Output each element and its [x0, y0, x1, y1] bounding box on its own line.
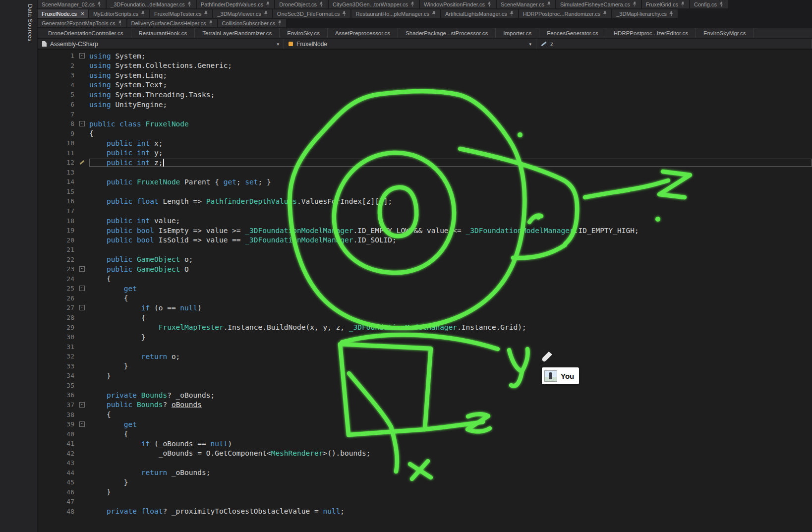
- editor-tab[interactable]: MyEditorScripts.cs: [89, 9, 149, 18]
- code-line[interactable]: 28 {: [38, 313, 812, 323]
- code-line[interactable]: 37- public Bounds? oBounds: [38, 400, 812, 410]
- pin-icon[interactable]: [319, 1, 324, 7]
- code-line[interactable]: 11 public int y;: [38, 148, 812, 158]
- pin-icon[interactable]: [547, 1, 551, 7]
- editor-tab[interactable]: OneSec3D_FileFormat.cs: [273, 9, 351, 18]
- code-line[interactable]: 32 return o;: [38, 352, 812, 361]
- editor-tab[interactable]: AssetPreprocessor.cs: [328, 28, 398, 38]
- code-line[interactable]: 44 return _oBounds;: [38, 468, 812, 478]
- code-line[interactable]: 39- get: [38, 419, 812, 429]
- member-dropdown[interactable]: z: [536, 39, 812, 49]
- editor-tab[interactable]: FruxelMapTester.cs: [150, 9, 212, 18]
- editor-tab[interactable]: CityGen3DGen...torWrapper.cs: [329, 0, 419, 8]
- editor-tab[interactable]: DroneObject.cs: [275, 0, 328, 8]
- code-line[interactable]: 30 }: [38, 332, 812, 342]
- project-dropdown[interactable]: Assembly-CSharp ▾: [38, 39, 284, 49]
- fold-toggle-icon[interactable]: -: [79, 421, 85, 427]
- code-line[interactable]: 2using System.Collections.Generic;: [38, 61, 812, 71]
- code-line[interactable]: 12 public int z;: [38, 158, 812, 168]
- editor-tab[interactable]: CollisionSubscriber.cs: [218, 19, 287, 27]
- code-line[interactable]: 18 public int value;: [38, 216, 812, 226]
- pin-icon[interactable]: [118, 20, 122, 26]
- editor-tab[interactable]: DroneOrientationController.cs: [41, 28, 131, 38]
- code-line[interactable]: 19 public bool IsEmpty => value >= _3DFo…: [38, 226, 812, 236]
- code-line[interactable]: 13: [38, 168, 812, 177]
- code-line[interactable]: 35: [38, 381, 812, 391]
- pin-icon[interactable]: [266, 1, 270, 7]
- editor-tab[interactable]: Importer.cs: [496, 28, 539, 38]
- type-dropdown[interactable]: FruxelNode ▾: [284, 39, 536, 49]
- pin-icon[interactable]: [719, 1, 724, 7]
- code-line[interactable]: 17: [38, 206, 812, 216]
- fold-toggle-icon[interactable]: -: [79, 305, 85, 310]
- editor-tab[interactable]: _3DFoundatio...delManager.cs: [107, 0, 196, 8]
- pin-icon[interactable]: [487, 1, 492, 7]
- editor-tab[interactable]: WindowPositionFinder.cs: [420, 0, 496, 8]
- code-line[interactable]: 5using System.Threading.Tasks;: [38, 90, 812, 100]
- editor-tab[interactable]: SimulatedFisheyeCamera.cs: [556, 0, 641, 8]
- code-line[interactable]: 26 {: [38, 294, 812, 303]
- code-line[interactable]: 14 public FruxelNode Parent { get; set; …: [38, 177, 812, 187]
- editor-tab[interactable]: EnviroSky.cs: [280, 28, 328, 38]
- code-line[interactable]: 7: [38, 109, 812, 119]
- code-line[interactable]: 29 FruxelMapTester.Instance.BuildNode(x,…: [38, 322, 812, 332]
- code-line[interactable]: 4using System.Text;: [38, 80, 812, 90]
- pin-icon[interactable]: [278, 20, 282, 26]
- code-line[interactable]: 15: [38, 187, 812, 197]
- pin-icon[interactable]: [633, 1, 637, 7]
- code-line[interactable]: 40 {: [38, 429, 812, 439]
- pin-icon[interactable]: [603, 11, 607, 16]
- close-icon[interactable]: ×: [81, 11, 84, 16]
- editor-tab[interactable]: DeliverySurfaceClassHelper.cs: [127, 19, 217, 27]
- code-line[interactable]: 8-public class FruxelNode: [38, 119, 812, 129]
- code-line[interactable]: 22 public GameObject o;: [38, 254, 812, 264]
- pin-icon[interactable]: [432, 11, 436, 16]
- code-line[interactable]: 41 if (_oBounds == null): [38, 439, 812, 449]
- editor-tab[interactable]: HDRPPostproc...izerEditor.cs: [606, 28, 696, 38]
- editor-tab[interactable]: RestaurantHo...pleManager.cs: [351, 9, 440, 18]
- code-line[interactable]: 21: [38, 245, 812, 255]
- code-line[interactable]: 20 public bool IsSolid => value == _3DFo…: [38, 235, 812, 245]
- code-line[interactable]: 23- public GameObject O: [38, 264, 812, 274]
- pin-icon[interactable]: [342, 11, 347, 16]
- pin-icon[interactable]: [141, 11, 145, 16]
- code-line[interactable]: 47: [38, 497, 812, 507]
- editor-tab[interactable]: RestaurantHook.cs: [131, 28, 195, 38]
- editor-tab[interactable]: _3DMapHierarchy.cs: [612, 9, 678, 18]
- code-line[interactable]: 33 }: [38, 361, 812, 371]
- code-line[interactable]: 24 {: [38, 274, 812, 284]
- code-line[interactable]: 43: [38, 458, 812, 468]
- code-line[interactable]: 3using System.Linq;: [38, 70, 812, 80]
- code-line[interactable]: 38 {: [38, 410, 812, 419]
- editor-tab[interactable]: FruxelNode.cs×: [38, 9, 88, 18]
- pin-icon[interactable]: [510, 11, 514, 16]
- code-line[interactable]: 25- get: [38, 284, 812, 294]
- code-line[interactable]: 45 }: [38, 477, 812, 487]
- code-line[interactable]: 16 public float Length => PathfinderDept…: [38, 196, 812, 206]
- pin-icon[interactable]: [204, 11, 208, 16]
- pin-icon[interactable]: [669, 11, 674, 16]
- fold-toggle-icon[interactable]: -: [79, 53, 85, 59]
- code-line[interactable]: 31: [38, 342, 812, 352]
- editor-tab[interactable]: Config.cs: [690, 0, 728, 8]
- editor-tab[interactable]: EnviroSkyMgr.cs: [696, 28, 754, 38]
- code-line[interactable]: 48 private float? _proximityToClosestObs…: [38, 507, 812, 517]
- editor-tab[interactable]: TerrainLayerRandomizer.cs: [195, 28, 280, 38]
- editor-tab[interactable]: ArtificialLightsManager.cs: [441, 9, 518, 18]
- code-editor[interactable]: 1-using System;2using System.Collections…: [38, 50, 812, 532]
- editor-tab[interactable]: FencesGenerator.cs: [539, 28, 606, 38]
- editor-tab[interactable]: Generator2ExportMapTools.cs: [38, 19, 126, 27]
- editor-tab[interactable]: HDRPPostproc...Randomizer.cs: [519, 9, 612, 18]
- code-line[interactable]: 10 public int x;: [38, 138, 812, 148]
- code-line[interactable]: 1-using System;: [38, 51, 812, 61]
- code-line[interactable]: 6using UnityEngine;: [38, 100, 812, 110]
- fold-toggle-icon[interactable]: -: [79, 266, 85, 272]
- code-line[interactable]: 34 }: [38, 371, 812, 381]
- code-line[interactable]: 9{: [38, 128, 812, 138]
- pin-icon[interactable]: [187, 1, 192, 7]
- fold-toggle-icon[interactable]: -: [79, 286, 85, 291]
- fold-toggle-icon[interactable]: -: [79, 121, 85, 126]
- data-sources-tool-tab[interactable]: Data Sources: [27, 4, 33, 42]
- code-line[interactable]: 46 }: [38, 487, 812, 497]
- editor-tab[interactable]: SceneManager.cs: [497, 0, 555, 8]
